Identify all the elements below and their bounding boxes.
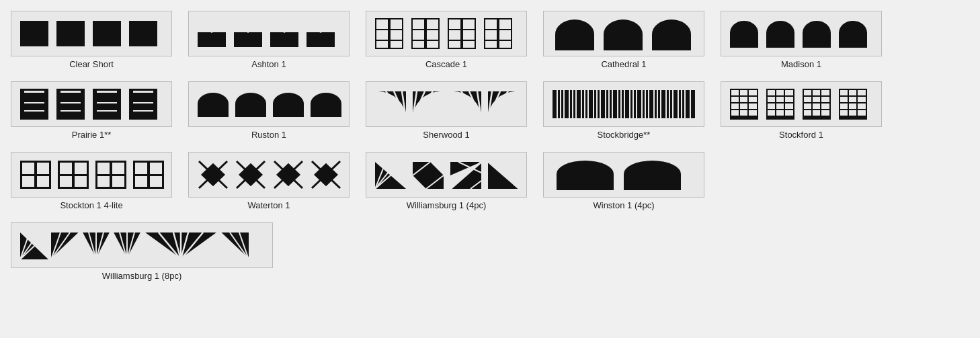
panel-clear-short[interactable]: Clear Short — [11, 11, 172, 69]
panel-waterton-1[interactable]: Waterton 1 — [188, 152, 350, 210]
panel-label-waterton-1: Waterton 1 — [247, 200, 290, 210]
svg-rect-98 — [153, 91, 155, 118]
panel-williamsburg-8pc[interactable]: Williamsburg 1 (8pc) — [11, 222, 273, 281]
panel-ashton-1[interactable]: Ashton 1 — [188, 11, 350, 69]
svg-rect-124 — [553, 90, 557, 118]
svg-rect-65 — [604, 34, 643, 50]
panel-image-williamsburg-4pc — [366, 152, 527, 198]
svg-rect-180 — [776, 103, 784, 109]
svg-rect-171 — [749, 110, 757, 116]
panel-cascade-1[interactable]: Cascade 1 — [366, 11, 527, 69]
svg-rect-212 — [22, 163, 34, 174]
panel-label-williamsburg-4pc: Williamsburg 1 (4pc) — [407, 200, 486, 210]
svg-rect-68 — [766, 33, 794, 48]
svg-rect-42 — [391, 41, 402, 48]
panel-sherwood-1[interactable]: Sherwood 1 — [366, 81, 527, 140]
panel-image-cascade-1 — [366, 11, 527, 56]
panel-winston-1[interactable]: Winston 1 (4pc) — [543, 152, 704, 210]
svg-rect-184 — [785, 110, 793, 116]
svg-rect-175 — [785, 90, 793, 95]
svg-rect-133 — [589, 90, 593, 118]
svg-rect-101 — [273, 103, 304, 117]
svg-rect-163 — [731, 97, 739, 102]
svg-rect-224 — [97, 176, 110, 187]
svg-rect-170 — [740, 110, 747, 116]
svg-rect-80 — [60, 93, 81, 102]
svg-rect-143 — [630, 90, 632, 118]
svg-rect-208 — [840, 110, 848, 116]
svg-rect-44 — [413, 19, 424, 29]
panel-label-ashton-1: Ashton 1 — [251, 59, 286, 69]
svg-rect-140 — [618, 90, 620, 118]
panel-image-cathedral-1 — [543, 11, 704, 56]
svg-rect-204 — [858, 97, 866, 102]
panel-label-ruston-1: Ruston 1 — [251, 130, 286, 140]
svg-rect-181 — [785, 103, 793, 109]
svg-rect-138 — [610, 90, 612, 118]
svg-rect-188 — [821, 90, 829, 95]
svg-rect-164 — [740, 97, 747, 102]
svg-rect-88 — [97, 103, 117, 110]
svg-rect-149 — [655, 90, 657, 118]
svg-rect-66 — [652, 34, 691, 50]
panel-label-prairie-1: Prairie 1** — [72, 130, 112, 140]
svg-rect-183 — [776, 110, 784, 116]
svg-rect-218 — [75, 163, 87, 174]
panel-stockton-1[interactable]: Stockton 1 4-lite — [11, 152, 172, 210]
svg-rect-89 — [97, 112, 117, 118]
panel-madison-1[interactable]: Madison 1 — [721, 11, 882, 69]
svg-rect-59 — [499, 19, 511, 29]
svg-rect-39 — [376, 30, 388, 40]
svg-rect-199 — [840, 90, 848, 95]
panel-stockbridge[interactable]: Stockbridge** — [543, 81, 704, 140]
svg-rect-41 — [376, 41, 388, 48]
panel-cathedral-1[interactable]: Cathedral 1 — [543, 11, 704, 69]
svg-rect-95 — [133, 103, 153, 110]
svg-rect-178 — [785, 97, 793, 102]
svg-rect-67 — [730, 33, 758, 48]
svg-rect-125 — [558, 90, 560, 118]
svg-rect-270 — [557, 174, 614, 190]
svg-rect-45 — [427, 19, 438, 29]
svg-rect-222 — [97, 163, 110, 174]
svg-rect-227 — [135, 163, 147, 174]
panel-image-stockbridge — [543, 81, 704, 127]
panel-label-williamsburg-8pc: Williamsburg 1 (8pc) — [102, 271, 181, 281]
svg-rect-156 — [682, 90, 684, 118]
svg-rect-219 — [60, 176, 72, 187]
svg-rect-48 — [413, 41, 424, 48]
svg-rect-173 — [768, 90, 775, 95]
svg-rect-191 — [821, 97, 829, 102]
svg-rect-142 — [625, 90, 629, 118]
panel-label-sherwood-1: Sherwood 1 — [423, 130, 469, 140]
svg-rect-158 — [691, 90, 695, 118]
svg-rect-189 — [804, 97, 811, 102]
panel-stockford-1[interactable]: Stockford 1 — [721, 81, 882, 140]
svg-rect-74 — [24, 103, 44, 110]
svg-rect-162 — [749, 90, 757, 95]
svg-rect-56 — [463, 41, 475, 48]
svg-rect-0 — [20, 21, 48, 46]
panel-williamsburg-4pc[interactable]: Williamsburg 1 (4pc) — [366, 152, 527, 210]
svg-rect-223 — [112, 163, 124, 174]
panel-ruston-1[interactable]: Ruston 1 — [188, 81, 350, 140]
panel-prairie-1[interactable]: Prairie 1** — [11, 81, 172, 140]
svg-rect-47 — [427, 30, 438, 40]
svg-rect-75 — [24, 112, 44, 118]
svg-rect-148 — [649, 90, 653, 118]
svg-rect-76 — [22, 91, 24, 118]
svg-rect-214 — [22, 176, 34, 187]
panel-label-cascade-1: Cascade 1 — [425, 59, 467, 69]
svg-rect-52 — [463, 19, 475, 29]
svg-rect-225 — [112, 176, 124, 187]
panel-label-winston-1: Winston 1 (4pc) — [593, 200, 654, 210]
panel-image-ashton-1 — [188, 11, 350, 56]
svg-rect-174 — [776, 90, 784, 95]
svg-rect-60 — [485, 30, 497, 40]
svg-rect-271 — [624, 174, 681, 190]
svg-rect-3 — [129, 21, 157, 46]
svg-rect-51 — [449, 19, 460, 29]
svg-rect-205 — [840, 103, 848, 109]
panel-label-stockford-1: Stockford 1 — [779, 130, 823, 140]
svg-rect-229 — [135, 176, 147, 187]
